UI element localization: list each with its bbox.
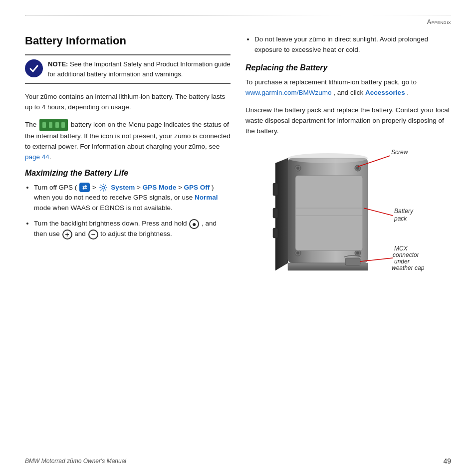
svg-text:connector: connector [393,251,420,258]
svg-rect-15 [273,208,278,218]
svg-text:pack: pack [394,215,407,222]
note-box: NOTE: See the Important Safety and Produ… [25,54,231,84]
list-item: Do not leave your zūmo in direct sunligh… [254,34,451,55]
battery-bar1 [42,122,46,128]
note-text: NOTE: See the Important Safety and Produ… [48,59,231,79]
svg-text:weather cap: weather cap [392,264,425,271]
svg-point-6 [356,167,359,170]
system-label: System [111,184,135,191]
svg-line-19 [364,208,393,216]
arrows-button-icon: ⇄ [79,183,90,192]
battery-bar2 [49,122,52,128]
gear-icon [99,183,108,192]
para2-end: . [49,153,51,161]
note-label: NOTE: [48,60,68,68]
section-title: Battery Information [25,34,231,47]
replacing-para1-end: . [407,89,409,96]
checkmark-icon [29,63,39,73]
page-header: Appendix [25,18,451,25]
page-link[interactable]: page 44 [25,153,49,161]
svg-point-2 [288,153,368,163]
bullet1-mid2: > [137,184,143,191]
page-number: 49 [443,457,451,465]
svg-text:MCX: MCX [394,245,408,252]
maximizing-title: Maximizing the Battery Life [25,169,231,178]
left-column: Battery Information NOTE: See the Import… [25,34,231,289]
bullet2-and: and [74,230,87,238]
bullet1-mid1: > [92,184,98,191]
svg-point-10 [356,251,359,254]
battery-icon [39,119,68,131]
note-body: See the Important Safety and Product Inf… [48,60,231,78]
svg-rect-17 [345,258,360,265]
list-item: Turn off GPS ( ⇄ > System > GPS Mode > G… [34,183,231,214]
gps-off-label: GPS Off [184,184,210,191]
svg-text:Battery: Battery [394,208,414,215]
para2-prefix: The [25,121,36,128]
right-bullet-list: Do not leave your zūmo in direct sunligh… [254,34,451,55]
replacing-para1: To purchase a replacement lithium-ion ba… [245,77,451,98]
battery-bar3 [55,122,59,128]
svg-point-4 [296,167,299,170]
note-icon [25,59,43,77]
list-item: Turn the backlight brightness down. Pres… [34,219,231,239]
garmin-link[interactable]: www.garmin.com/BMWzumo [245,89,332,96]
header-label: Appendix [427,18,451,25]
svg-point-8 [296,251,299,254]
device-diagram: Screw Battery pack MCX connector under w… [245,143,451,289]
para2: The battery icon on the Menu page indica… [25,119,231,163]
svg-rect-11 [295,176,363,250]
circle-minus-btn: − [88,230,98,239]
screw-label: Screw [391,149,409,156]
circle-plus-btn: + [62,230,72,239]
replacing-para1-prefix: To purchase a replacement lithium-ion ba… [245,78,417,86]
right-bullet1: Do not leave your zūmo in direct sunligh… [254,35,428,53]
replacing-para1-mid: , and click [333,89,365,96]
circle-power-btn: ● [189,219,199,229]
gps-mode-label: GPS Mode [143,184,177,191]
battery-bar4 [61,122,65,128]
accessories-label: Accessories [365,89,405,96]
top-border [25,15,451,15]
bullet2-suffix: to adjust the brightness. [100,230,172,238]
svg-point-0 [102,186,105,189]
page-container: Appendix Battery Information NOTE: See t… [0,0,476,476]
bullet-list: Turn off GPS ( ⇄ > System > GPS Mode > G… [34,183,231,240]
svg-rect-14 [273,183,278,196]
normal-label: Normal [195,194,218,201]
svg-text:under: under [394,258,410,265]
bullet2-prefix: Turn the backlight brightness down. Pres… [34,220,189,227]
footer-manual-title: BMW Motorrad zūmo Owner's Manual [25,458,126,465]
bullet1-end: mode when WAAS or EGNOS is not available… [34,204,173,212]
bullet1-mid3: > [178,184,184,191]
para1: Your zūmo contains an internal lithium-i… [25,92,231,113]
columns: Battery Information NOTE: See the Import… [25,34,451,289]
right-column: Do not leave your zūmo in direct sunligh… [245,34,451,289]
page-footer: BMW Motorrad zūmo Owner's Manual 49 [25,457,451,465]
bullet1-prefix: Turn off GPS ( [34,184,77,191]
svg-rect-16 [273,228,278,238]
replacing-title: Replacing the Battery [245,63,451,72]
replacing-para2: Unscrew the battery pack and replace the… [245,105,451,137]
device-svg: Screw Battery pack MCX connector under w… [245,143,435,288]
